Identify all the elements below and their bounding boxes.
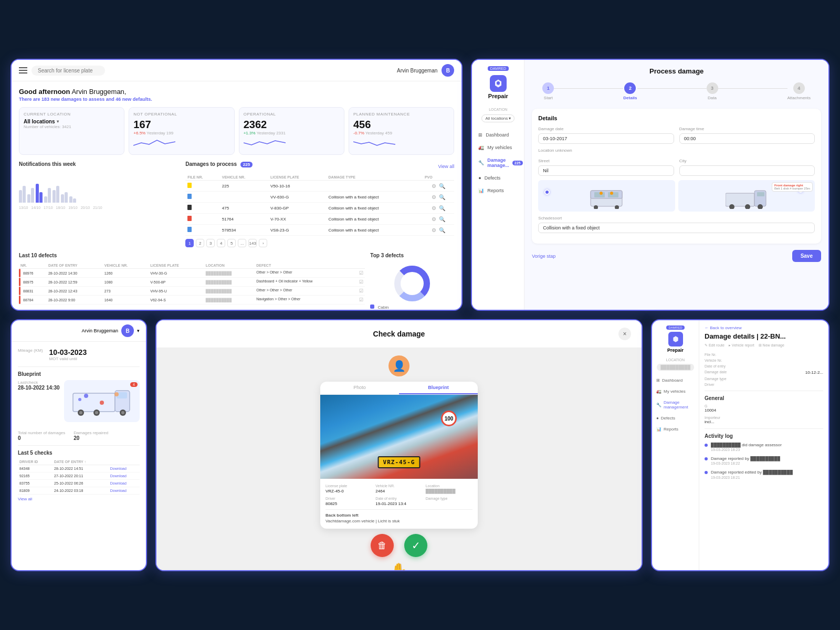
defects-row: Last 10 defects NR. DATE OF ENTRY VEHICL… bbox=[19, 253, 454, 311]
wrench-icon: 🔧 bbox=[478, 160, 484, 165]
trash-icon: 🗑 bbox=[377, 540, 387, 551]
confirm-damage-btn[interactable]: ✓ bbox=[404, 534, 427, 557]
delete-damage-btn[interactable]: 🗑 bbox=[371, 534, 394, 557]
page-5-btn[interactable]: 5 bbox=[227, 239, 236, 247]
tab-photo[interactable]: Photo bbox=[320, 382, 399, 394]
tab-blueprint[interactable]: Blueprint bbox=[399, 382, 478, 394]
blueprint-title: Blueprint bbox=[18, 371, 140, 377]
col-pvo: PVO bbox=[423, 174, 454, 181]
street-input[interactable] bbox=[538, 165, 674, 176]
activity-log: ██████████ did damage assessor 19-03-202… bbox=[705, 442, 823, 479]
step-data: 3 Data bbox=[707, 82, 718, 100]
page-143-btn[interactable]: 143 bbox=[248, 239, 257, 247]
form-title: Process damage bbox=[532, 67, 821, 75]
svg-point-10 bbox=[610, 192, 613, 195]
page-1-btn[interactable]: 1 bbox=[185, 239, 194, 247]
vehicle-user-name: Arvin Bruggeman bbox=[81, 328, 118, 333]
truck-view-front bbox=[538, 180, 675, 212]
table-row: 51764 V-70-XX Collision with a fixed obj… bbox=[185, 214, 454, 225]
page-2-btn[interactable]: 2 bbox=[196, 239, 204, 247]
vehicle-date: 10-03-2023 bbox=[49, 348, 87, 356]
sidebar-item-damage-management[interactable]: 🔧 Damage manage... 225 bbox=[472, 154, 524, 172]
dd-nav-defects[interactable]: ● Defects bbox=[652, 413, 699, 424]
svg-point-27 bbox=[100, 401, 104, 405]
svg-rect-6 bbox=[608, 192, 618, 197]
damage-time-input[interactable] bbox=[679, 133, 815, 144]
step-attachments: 4 Attachments bbox=[788, 82, 811, 100]
stat-not-op-label: NOT OPERATIONAL bbox=[133, 112, 229, 117]
main-dashboard-panel: Arvin Bruggeman B Good afternoon Arvin B… bbox=[10, 59, 463, 311]
chevron-down-icon: ▾ bbox=[57, 119, 59, 124]
stats-row: CURRENT LOCATION All locations ▾ Number … bbox=[19, 107, 454, 155]
page-ellipsis: ... bbox=[238, 239, 246, 247]
truck-blueprint: Front damage right Belt 1 disk # bumper … bbox=[538, 180, 815, 212]
save-btn[interactable]: Save bbox=[792, 250, 821, 262]
vehicle-stats: Total number of damages 0 Damages repair… bbox=[18, 430, 140, 441]
svg-point-28 bbox=[114, 392, 119, 396]
truck-icon: 🚛 bbox=[478, 145, 484, 150]
greeting-prefix: Good afternoon bbox=[19, 88, 70, 96]
dd-nav: DAMRED Prepair LOCATION ██████████ ⊞ Das… bbox=[652, 320, 699, 570]
app-name-label: Prepair bbox=[488, 93, 508, 99]
page-next-btn[interactable]: › bbox=[259, 239, 267, 247]
sidebar-item-vehicles[interactable]: 🚛 My vehicles bbox=[472, 141, 524, 154]
truck-side-svg bbox=[726, 183, 768, 209]
pagination: 1 2 3 4 5 ... 143 › bbox=[185, 239, 454, 247]
user-icon: 👤 bbox=[388, 355, 410, 376]
damage-location-group: Schadesoort Collision with a fixed objec… bbox=[538, 216, 815, 233]
sidebar-item-reports[interactable]: 📊 Reports bbox=[472, 184, 524, 197]
chevron-down-icon: ▾ bbox=[509, 116, 511, 121]
greeting: Good afternoon Arvin Bruggeman, bbox=[19, 88, 454, 96]
sidebar-item-dashboard[interactable]: ⊞ Dashboard bbox=[472, 129, 524, 141]
table-row: 83755 25-10-2022 06:26 Download bbox=[18, 480, 140, 487]
view-all-btn[interactable]: View all bbox=[18, 497, 140, 501]
stat-op-value: 2362 bbox=[244, 119, 267, 131]
menu-icon[interactable] bbox=[19, 67, 27, 74]
table-row: 88831 28-10-2022 12:43 273 VHV-95-U ████… bbox=[19, 287, 365, 296]
modal-close-btn[interactable]: × bbox=[618, 328, 631, 340]
dd-nav-dashboard[interactable]: ⊞ Dashboard bbox=[652, 375, 699, 386]
stat-pm-label: PLANNED MAINTENANCE bbox=[353, 112, 449, 117]
damage-location-select[interactable]: Collision with a fixed object bbox=[538, 223, 815, 233]
city-input[interactable] bbox=[679, 165, 815, 176]
dd-nav-vehicles[interactable]: 🚛 My vehicles bbox=[652, 386, 699, 397]
dd-title: Damage details | 22-BN... bbox=[705, 332, 823, 340]
page-3-btn[interactable]: 3 bbox=[206, 239, 215, 247]
dd-general-fields: G 10004 Importeur incl... bbox=[705, 404, 823, 424]
modal-body: 👤 Photo Blueprint VRZ-45-G 100 bbox=[156, 348, 642, 571]
sidebar-item-defects[interactable]: ● Defects bbox=[472, 172, 524, 184]
process-steps: 1 Start 2 Details 3 Data 4 bbox=[532, 82, 821, 100]
table-row: 81809 24-10-2022 03:18 Download bbox=[18, 487, 140, 495]
form-area: Process damage 1 Start 2 Details 3 bbox=[524, 60, 828, 310]
modal-action-buttons: 🗑 ✓ bbox=[371, 534, 427, 557]
greeting-name: Arvin Bruggeman, bbox=[71, 88, 126, 96]
svg-rect-13 bbox=[757, 192, 764, 196]
table-row: 88976 28-10-2022 14:30 1260 VHV-30-G ███… bbox=[19, 269, 365, 278]
back-btn[interactable]: Vorige stap bbox=[532, 254, 555, 259]
last-check-date: 28-10-2022 14:30 bbox=[18, 385, 60, 391]
wrench-icon: 🔧 bbox=[656, 403, 662, 407]
location-select-btn[interactable]: All locations ▾ bbox=[24, 119, 120, 124]
notifications-title: Notifications this week bbox=[19, 161, 180, 167]
dd-nav-reports[interactable]: 📊 Reports bbox=[652, 424, 699, 435]
page-4-btn[interactable]: 4 bbox=[217, 239, 225, 247]
damages-section: Damages to process 225 View all FILE NR.… bbox=[185, 161, 454, 247]
damage-date-group: Damage date bbox=[538, 127, 674, 144]
dd-nav-damage[interactable]: 🔧 Damage management bbox=[652, 397, 699, 413]
truck-view-side: Front damage right Belt 1 disk # bumper … bbox=[678, 180, 815, 212]
dd-breadcrumb[interactable]: ← Back to overview bbox=[705, 326, 823, 330]
damage-date-input[interactable] bbox=[538, 133, 674, 144]
sidebar-location-select[interactable]: All locations ▾ bbox=[481, 114, 514, 122]
city-group: City bbox=[679, 159, 815, 176]
col-damage-type: DAMAGE TYPE bbox=[327, 174, 423, 181]
table-row: 475 V-830-GP Collision with a fixed obje… bbox=[185, 203, 454, 214]
defects-section: Last 10 defects NR. DATE OF ENTRY VEHICL… bbox=[19, 253, 365, 311]
bar-chart bbox=[19, 171, 180, 203]
truck-front-svg bbox=[588, 183, 625, 209]
damages-title: Damages to process 225 bbox=[185, 161, 253, 167]
search-input[interactable] bbox=[32, 66, 105, 76]
circle-icon: ● bbox=[478, 175, 481, 181]
app-logo: Prepair bbox=[488, 75, 508, 99]
table-row: 88975 28-10-2022 12:59 1080 V-500-8P ███… bbox=[19, 278, 365, 287]
view-all-link[interactable]: View all bbox=[438, 164, 454, 169]
